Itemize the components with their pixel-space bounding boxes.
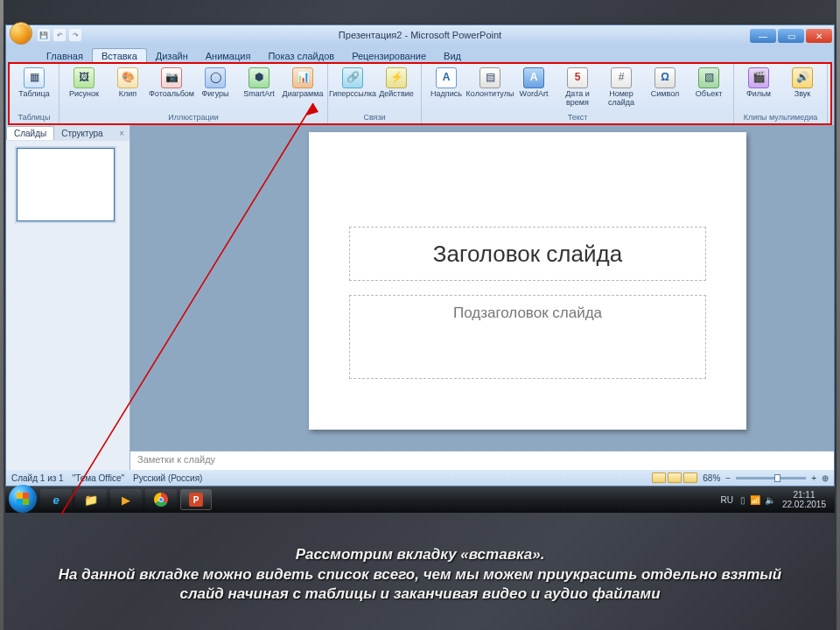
label: Объект <box>696 90 723 99</box>
status-theme: "Тема Office" <box>73 473 124 483</box>
start-button[interactable] <box>9 485 37 513</box>
office-button[interactable] <box>10 22 32 45</box>
minimize-button[interactable]: — <box>750 29 776 43</box>
taskbar-mediaplayer-icon[interactable]: ▶ <box>110 489 142 510</box>
insert-chart-button[interactable]: 📊Диаграмма <box>282 66 324 101</box>
slide-editor[interactable]: Заголовок слайда Подзаголовок слайда Зам… <box>130 125 834 470</box>
tray-language[interactable]: RU <box>720 495 732 505</box>
sound-icon: 🔊 <box>792 67 813 88</box>
insert-datetime-button[interactable]: 5Дата и время <box>556 66 598 109</box>
label: SmartArt <box>243 90 275 99</box>
insert-slidenumber-button[interactable]: #Номер слайда <box>600 66 642 109</box>
window-title: Презентация2 - Microsoft PowerPoint <box>6 30 834 40</box>
tab-design[interactable]: Дизайн <box>147 49 197 62</box>
insert-photoalbum-button[interactable]: 📷Фотоальбом <box>150 66 192 101</box>
insert-table-button[interactable]: ▦ Таблица <box>13 66 55 101</box>
slide-thumbnail-1[interactable] <box>17 148 115 221</box>
subtitle-placeholder[interactable]: Подзаголовок слайда <box>349 295 706 379</box>
label: WordArt <box>520 90 549 99</box>
taskbar-explorer-icon[interactable]: 📁 <box>75 489 107 510</box>
taskbar-powerpoint-icon[interactable]: P <box>180 489 212 510</box>
label: Диаграмма <box>283 90 324 99</box>
insert-action-button[interactable]: ⚡Действие <box>375 66 417 101</box>
group-label: Текст <box>422 112 733 123</box>
taskbar-ie-icon[interactable]: e <box>40 489 72 510</box>
zoom-out-icon[interactable]: − <box>725 473 731 483</box>
label: Таблица <box>18 90 49 99</box>
label: Номер слайда <box>600 90 642 108</box>
table-icon: ▦ <box>24 67 45 88</box>
insert-sound-button[interactable]: 🔊Звук <box>781 66 823 101</box>
label: Звук <box>794 90 810 99</box>
group-label: Клипы мультимедиа <box>734 112 827 123</box>
tray-network-icon[interactable]: 📶 <box>750 495 760 505</box>
titlebar: 💾 ↶ ↷ Презентация2 - Microsoft PowerPoin… <box>6 25 834 45</box>
view-normal-button[interactable] <box>652 472 666 483</box>
slidepanel-close-icon[interactable]: × <box>114 129 130 138</box>
photoalbum-icon: 📷 <box>161 67 182 88</box>
view-sorter-button[interactable] <box>668 472 682 483</box>
slidepanel-tab-outline[interactable]: Структура <box>54 127 109 140</box>
insert-movie-button[interactable]: 🎬Фильм <box>738 66 780 101</box>
notes-pane[interactable]: Заметки к слайду <box>130 451 834 470</box>
label: Надпись <box>430 90 462 99</box>
tab-view[interactable]: Вид <box>435 49 470 62</box>
slide-canvas[interactable]: Заголовок слайда Подзаголовок слайда <box>309 132 746 430</box>
tab-slideshow[interactable]: Показ слайдов <box>259 49 343 62</box>
headerfooter-icon: ▤ <box>480 67 500 88</box>
title-placeholder[interactable]: Заголовок слайда <box>349 227 706 281</box>
slidepanel-tab-slides[interactable]: Слайды <box>6 126 54 140</box>
insert-headerfooter-button[interactable]: ▤Колонтитулы <box>469 66 511 101</box>
insert-smartart-button[interactable]: ⬢SmartArt <box>238 66 280 101</box>
tray-volume-icon[interactable]: 🔈 <box>765 495 775 505</box>
group-label: Таблицы <box>10 112 59 123</box>
insert-symbol-button[interactable]: ΩСимвол <box>644 66 686 101</box>
label: Дата и время <box>556 90 598 108</box>
group-tables: ▦ Таблица Таблицы <box>10 64 60 123</box>
symbol-icon: Ω <box>654 67 676 88</box>
insert-clipart-button[interactable]: 🎨Клип <box>107 66 149 101</box>
object-icon: ▧ <box>698 67 719 88</box>
window-controls: — ▭ ✕ <box>750 27 834 43</box>
zoom-in-icon[interactable]: + <box>811 473 816 483</box>
label: Символ <box>651 90 679 99</box>
view-slideshow-button[interactable] <box>683 472 697 483</box>
status-language[interactable]: Русский (Россия) <box>133 473 202 483</box>
insert-object-button[interactable]: ▧Объект <box>688 66 730 101</box>
label: Колонтитулы <box>466 90 514 99</box>
qat-redo-icon[interactable]: ↷ <box>69 29 81 41</box>
label: Фотоальбом <box>149 90 194 99</box>
tray-flag-icon[interactable]: ▯ <box>740 495 746 505</box>
ribbon-insert: ▦ Таблица Таблицы 🖼Рисунок 🎨Клип 📷Фотоал… <box>10 64 830 123</box>
smartart-icon: ⬢ <box>248 67 270 88</box>
insert-wordart-button[interactable]: AWordArt <box>513 66 555 101</box>
label: Действие <box>379 90 414 99</box>
slide-panel: Слайды Структура × <box>6 125 130 470</box>
taskbar-chrome-icon[interactable] <box>145 489 177 510</box>
fit-window-icon[interactable]: ⊕ <box>822 473 829 483</box>
close-button[interactable]: ✕ <box>806 29 832 43</box>
ribbon-tabs: Главная Вставка Дизайн Анимация Показ сл… <box>6 45 834 62</box>
insert-shapes-button[interactable]: ◯Фигуры <box>194 66 236 101</box>
qat-undo-icon[interactable]: ↶ <box>53 29 66 41</box>
movie-icon: 🎬 <box>748 67 769 88</box>
tab-review[interactable]: Рецензирование <box>343 49 435 62</box>
slidepanel-tabs: Слайды Структура × <box>6 125 130 141</box>
tab-insert[interactable]: Вставка <box>92 48 147 62</box>
insert-picture-button[interactable]: 🖼Рисунок <box>63 66 105 101</box>
group-label: Связи <box>328 112 421 123</box>
label: Рисунок <box>69 90 99 99</box>
status-slide: Слайд 1 из 1 <box>11 473 64 483</box>
tab-animation[interactable]: Анимация <box>197 49 260 62</box>
windows-taskbar: e 📁 ▶ P RU ▯ 📶 🔈 21:11 22.02.2015 <box>5 486 835 513</box>
zoom-slider[interactable] <box>736 477 806 480</box>
statusbar: Слайд 1 из 1 "Тема Office" Русский (Росс… <box>6 470 834 486</box>
tab-home[interactable]: Главная <box>38 49 92 62</box>
tray-clock[interactable]: 21:11 22.02.2015 <box>782 490 826 509</box>
label: Фильм <box>746 90 771 99</box>
insert-hyperlink-button[interactable]: 🔗Гиперссылка <box>332 66 374 101</box>
insert-textbox-button[interactable]: AНадпись <box>425 66 467 101</box>
clipart-icon: 🎨 <box>117 67 138 88</box>
qat-save-icon[interactable]: 💾 <box>38 29 50 41</box>
maximize-button[interactable]: ▭ <box>778 29 804 43</box>
